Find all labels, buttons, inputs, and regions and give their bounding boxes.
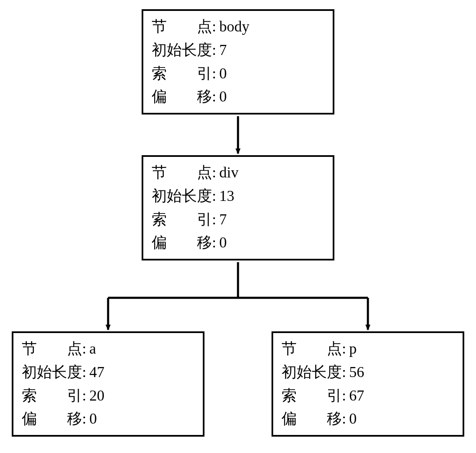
colon: : bbox=[212, 39, 216, 62]
value-index: 20 bbox=[89, 384, 104, 408]
label-index: 索引 bbox=[22, 384, 82, 408]
colon: : bbox=[212, 62, 216, 86]
value-initial-length: 7 bbox=[219, 39, 227, 62]
value-initial-length: 47 bbox=[89, 361, 104, 384]
node-field-name: 节点: p bbox=[282, 337, 454, 361]
node-field-initial-length: 初始长度: 7 bbox=[152, 39, 324, 62]
label-initial-length: 初始长度 bbox=[282, 361, 342, 384]
label-offset: 偏移 bbox=[152, 231, 212, 255]
node-field-initial-length: 初始长度: 13 bbox=[152, 185, 324, 208]
node-field-offset: 偏移: 0 bbox=[22, 407, 194, 431]
node-field-index: 索引: 20 bbox=[22, 384, 194, 408]
colon: : bbox=[212, 231, 216, 255]
node-field-index: 索引: 0 bbox=[152, 62, 324, 86]
colon: : bbox=[342, 384, 346, 408]
tree-node-a: 节点: a 初始长度: 47 索引: 20 偏移: 0 bbox=[12, 331, 204, 437]
tree-node-div: 节点: div 初始长度: 13 索引: 7 偏移: 0 bbox=[142, 155, 334, 260]
value-node-name: a bbox=[89, 337, 96, 361]
node-field-name: 节点: body bbox=[152, 15, 324, 39]
node-field-initial-length: 初始长度: 47 bbox=[22, 361, 194, 384]
colon: : bbox=[212, 185, 216, 208]
node-field-initial-length: 初始长度: 56 bbox=[282, 361, 454, 384]
node-field-offset: 偏移: 0 bbox=[152, 85, 324, 109]
colon: : bbox=[212, 161, 216, 185]
colon: : bbox=[342, 361, 346, 384]
label-node: 节点 bbox=[152, 15, 212, 39]
colon: : bbox=[342, 407, 346, 431]
tree-node-body: 节点: body 初始长度: 7 索引: 0 偏移: 0 bbox=[142, 9, 334, 115]
node-field-index: 索引: 67 bbox=[282, 384, 454, 408]
value-node-name: div bbox=[219, 161, 238, 185]
value-offset: 0 bbox=[219, 85, 227, 109]
value-node-name: body bbox=[219, 15, 249, 39]
value-offset: 0 bbox=[219, 231, 227, 255]
label-initial-length: 初始长度 bbox=[152, 185, 212, 208]
value-index: 7 bbox=[219, 208, 227, 232]
node-field-offset: 偏移: 0 bbox=[152, 231, 324, 255]
colon: : bbox=[82, 407, 86, 431]
label-offset: 偏移 bbox=[22, 407, 82, 431]
label-initial-length: 初始长度 bbox=[22, 361, 82, 384]
value-offset: 0 bbox=[89, 407, 97, 431]
value-index: 0 bbox=[219, 62, 227, 86]
value-initial-length: 13 bbox=[219, 185, 234, 208]
node-field-index: 索引: 7 bbox=[152, 208, 324, 232]
colon: : bbox=[212, 208, 216, 232]
label-offset: 偏移 bbox=[282, 407, 342, 431]
node-field-name: 节点: div bbox=[152, 161, 324, 185]
value-offset: 0 bbox=[349, 407, 357, 431]
node-field-name: 节点: a bbox=[22, 337, 194, 361]
node-field-offset: 偏移: 0 bbox=[282, 407, 454, 431]
label-initial-length: 初始长度 bbox=[152, 39, 212, 62]
colon: : bbox=[82, 384, 86, 408]
label-index: 索引 bbox=[152, 62, 212, 86]
value-initial-length: 56 bbox=[349, 361, 364, 384]
colon: : bbox=[212, 15, 216, 39]
tree-node-p: 节点: p 初始长度: 56 索引: 67 偏移: 0 bbox=[272, 331, 464, 437]
label-offset: 偏移 bbox=[152, 85, 212, 109]
label-node: 节点 bbox=[22, 337, 82, 361]
colon: : bbox=[82, 361, 86, 384]
colon: : bbox=[82, 337, 86, 361]
colon: : bbox=[212, 85, 216, 109]
label-index: 索引 bbox=[152, 208, 212, 232]
value-index: 67 bbox=[349, 384, 364, 408]
label-index: 索引 bbox=[282, 384, 342, 408]
value-node-name: p bbox=[349, 337, 357, 361]
label-node: 节点 bbox=[282, 337, 342, 361]
label-node: 节点 bbox=[152, 161, 212, 185]
colon: : bbox=[342, 337, 346, 361]
